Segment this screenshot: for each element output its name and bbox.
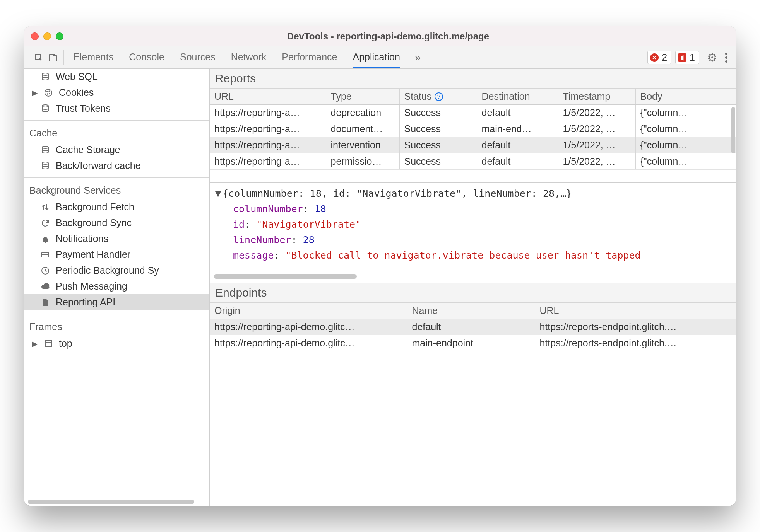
- card-icon: [40, 250, 50, 260]
- arrows-updown-icon: [40, 202, 50, 212]
- col-origin[interactable]: Origin: [210, 303, 407, 319]
- svg-point-7: [47, 93, 48, 94]
- table-row[interactable]: https://reporting-a…permissio…Successdef…: [210, 153, 736, 170]
- table-cell: default: [477, 105, 558, 121]
- minimize-window-button[interactable]: [43, 32, 51, 40]
- col-type[interactable]: Type: [326, 89, 399, 105]
- cloud-icon: [40, 281, 50, 292]
- svg-point-11: [42, 162, 48, 164]
- issues-badge[interactable]: ◖ 1: [675, 51, 699, 64]
- inspector-property[interactable]: lineNumber: 28: [215, 232, 731, 248]
- endpoints-panel: Endpoints Origin Name URL https://report…: [210, 283, 736, 506]
- table-row[interactable]: https://reporting-a…deprecationSuccessde…: [210, 105, 736, 121]
- col-body[interactable]: Body: [635, 89, 736, 105]
- table-row[interactable]: https://reporting-api-demo.glitc…main-en…: [210, 335, 736, 351]
- sidebar-item-frame-top[interactable]: ▶ top: [24, 336, 209, 351]
- inspector-property[interactable]: columnNumber: 18: [215, 201, 731, 217]
- col-status[interactable]: Status?: [399, 89, 477, 105]
- table-cell: 1/5/2022, …: [558, 137, 635, 153]
- endpoints-table[interactable]: Origin Name URL https://reporting-api-de…: [210, 303, 736, 351]
- svg-rect-16: [45, 341, 51, 343]
- reports-table[interactable]: URL Type Status? Destination Timestamp B…: [210, 89, 736, 105]
- tab-performance[interactable]: Performance: [282, 46, 337, 68]
- more-tabs-icon[interactable]: »: [409, 51, 426, 64]
- panel-tabs: Elements Console Sources Network Perform…: [64, 46, 409, 68]
- sidebar-item-bg-sync[interactable]: Background Sync: [24, 215, 209, 231]
- report-body-inspector[interactable]: ▼{columnNumber: 18, id: "NavigatorVibrat…: [210, 182, 736, 283]
- inspector-property[interactable]: message: "Blocked call to navigator.vibr…: [215, 248, 731, 263]
- sidebar-section-bg: Background Services: [24, 177, 209, 199]
- sidebar-item-notifications[interactable]: Notifications: [24, 231, 209, 247]
- sidebar-item-label: Periodic Background Sy: [56, 265, 159, 276]
- inspector-summary[interactable]: ▼{columnNumber: 18, id: "NavigatorVibrat…: [215, 186, 731, 201]
- inspector-horizontal-scrollbar[interactable]: [214, 274, 727, 280]
- table-cell: https://reporting-a…: [210, 153, 326, 170]
- device-toolbar-icon[interactable]: [49, 53, 58, 62]
- sidebar-section-frames: Frames: [24, 314, 209, 336]
- cookie-icon: [43, 88, 53, 98]
- inspector-property[interactable]: id: "NavigatorVibrate": [215, 217, 731, 232]
- tab-sources[interactable]: Sources: [180, 46, 216, 68]
- sidebar-item-push[interactable]: Push Messaging: [24, 278, 209, 294]
- svg-point-4: [45, 89, 52, 96]
- table-row[interactable]: https://reporting-a…document…Successmain…: [210, 121, 736, 137]
- table-cell: {"column…: [635, 105, 736, 121]
- maximize-window-button[interactable]: [56, 32, 63, 40]
- close-window-button[interactable]: [31, 32, 39, 40]
- table-cell: document…: [326, 121, 399, 137]
- sidebar-item-payment[interactable]: Payment Handler: [24, 247, 209, 263]
- database-icon: [40, 145, 50, 155]
- tab-console[interactable]: Console: [129, 46, 164, 68]
- sidebar-item-label: Cache Storage: [56, 144, 120, 155]
- errors-count: 2: [662, 52, 667, 63]
- inspect-element-icon[interactable]: [34, 53, 43, 62]
- sidebar-item-web-sql[interactable]: Web SQL: [24, 69, 209, 85]
- sidebar-item-label: Reporting API: [56, 297, 115, 308]
- sidebar-item-bg-fetch[interactable]: Background Fetch: [24, 199, 209, 215]
- more-menu-icon[interactable]: [721, 53, 731, 63]
- expand-arrow-icon: ▶: [32, 339, 38, 348]
- error-icon: ✕: [650, 53, 659, 62]
- svg-point-8: [49, 93, 50, 94]
- errors-badge[interactable]: ✕ 2: [647, 51, 671, 64]
- body: Web SQL ▶ Cookies Trust Tokens Cache Cac…: [24, 69, 736, 506]
- col-destination[interactable]: Destination: [477, 89, 558, 105]
- sidebar-item-cookies[interactable]: ▶ Cookies: [24, 85, 209, 101]
- collapse-triangle-icon[interactable]: ▼: [215, 188, 221, 199]
- col-url[interactable]: URL: [210, 89, 326, 105]
- table-row[interactable]: https://reporting-a…interventionSuccessd…: [210, 137, 736, 153]
- table-cell: {"column…: [635, 153, 736, 170]
- sidebar-item-label: Web SQL: [56, 71, 98, 82]
- svg-point-5: [47, 91, 48, 92]
- sidebar-item-periodic-sync[interactable]: Periodic Background Sy: [24, 263, 209, 278]
- table-cell: 1/5/2022, …: [558, 105, 635, 121]
- col-timestamp[interactable]: Timestamp: [558, 89, 635, 105]
- col-name[interactable]: Name: [407, 303, 535, 319]
- frame-icon: [43, 339, 53, 349]
- tab-application[interactable]: Application: [353, 46, 400, 68]
- help-icon[interactable]: ?: [435, 92, 443, 101]
- reports-vertical-scrollbar[interactable]: [731, 107, 735, 153]
- sidebar-item-label: Notifications: [56, 233, 108, 244]
- table-cell: Success: [399, 121, 477, 137]
- settings-gear-icon[interactable]: ⚙: [703, 51, 721, 64]
- reports-table-wrap: URL Type Status? Destination Timestamp B…: [210, 89, 736, 182]
- table-row[interactable]: https://reporting-api-demo.glitc…default…: [210, 319, 736, 335]
- table-cell: Success: [399, 105, 477, 121]
- sidebar-item-label: Trust Tokens: [56, 103, 111, 114]
- table-cell: https://reports-endpoint.glitch.…: [535, 335, 736, 351]
- sidebar-item-cache-storage[interactable]: Cache Storage: [24, 142, 209, 158]
- sidebar-item-trust-tokens[interactable]: Trust Tokens: [24, 101, 209, 116]
- svg-rect-13: [42, 254, 49, 255]
- table-cell: 1/5/2022, …: [558, 121, 635, 137]
- sidebar-item-reporting-api[interactable]: Reporting API: [24, 294, 209, 310]
- sidebar-item-bf-cache[interactable]: Back/forward cache: [24, 158, 209, 174]
- tab-elements[interactable]: Elements: [73, 46, 113, 68]
- table-cell: Success: [399, 153, 477, 170]
- reports-body-scroll[interactable]: https://reporting-a…deprecationSuccessde…: [210, 105, 736, 182]
- col-url[interactable]: URL: [535, 303, 736, 319]
- tab-network[interactable]: Network: [231, 46, 267, 68]
- sidebar-item-label: top: [59, 338, 72, 349]
- sidebar-horizontal-scrollbar[interactable]: [24, 498, 209, 506]
- sidebar-item-label: Back/forward cache: [56, 160, 141, 171]
